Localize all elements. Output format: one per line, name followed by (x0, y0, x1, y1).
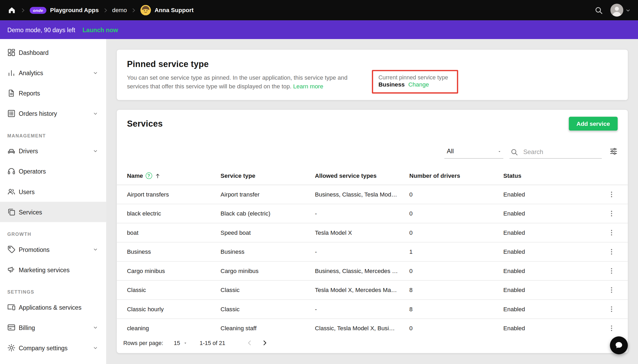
cell-name: Airport transfers (127, 191, 221, 198)
onde-logo-badge[interactable]: onde (30, 7, 46, 13)
top-bar: onde Playground Apps demo Anna Support (0, 0, 638, 20)
learn-more-link[interactable]: Learn more (293, 83, 323, 90)
table-row: black electric Black cab (electric) - 0 … (117, 204, 628, 223)
sidebar-item-reports[interactable]: Reports (0, 83, 106, 103)
cell-name: boat (127, 229, 221, 236)
sidebar-item-operators[interactable]: Operators (0, 161, 106, 181)
pinned-service-type-card: Pinned service type You can set one serv… (117, 50, 628, 100)
sidebar-item-label: Applications & services (19, 304, 98, 310)
row-menu-button[interactable] (606, 207, 618, 219)
sidebar-item-label: Analytics (19, 69, 93, 76)
sidebar-item-dashboard[interactable]: Dashboard (0, 42, 106, 63)
service-type-filter-select[interactable]: All (444, 148, 503, 159)
row-menu-button[interactable] (606, 188, 618, 200)
rows-per-page-select[interactable]: 15 (174, 340, 188, 346)
cell-status: Enabled (503, 268, 602, 274)
cell-name: Business (127, 248, 221, 255)
cell-allowed-service-types: - (315, 248, 410, 255)
sidebar-item-label: Drivers (19, 147, 93, 154)
sidebar-item-billing[interactable]: Billing (0, 317, 106, 338)
cell-service-type: Business (221, 248, 315, 255)
sidebar-item-users[interactable]: Users (0, 181, 106, 202)
demo-banner-text: Demo mode, 90 days left (7, 26, 75, 33)
column-label: Name (127, 173, 143, 179)
cell-service-type: Classic (221, 287, 315, 293)
sidebar-item-label: Dashboard (19, 49, 98, 56)
pinned-card-title: Pinned service type (127, 59, 628, 69)
sidebar-item-drivers[interactable]: Drivers (0, 141, 106, 161)
demo-banner: Demo mode, 90 days left Launch now (0, 20, 638, 39)
current-pinned-value: Business (378, 81, 404, 88)
breadcrumb-demo[interactable]: demo (112, 7, 127, 13)
sidebar-item-company-settings[interactable]: Company settings (0, 338, 106, 358)
sidebar-item-label: Marketing services (19, 266, 98, 273)
column-header-service-type: Service type (221, 173, 315, 179)
cell-number-of-drivers: 8 (409, 287, 503, 293)
row-menu-button[interactable] (606, 284, 618, 296)
previous-page-button[interactable] (244, 338, 255, 348)
cell-allowed-service-types: Classic, Tesla Model X, Busi… (315, 325, 410, 332)
search-input[interactable] (522, 148, 602, 156)
home-icon[interactable] (7, 6, 16, 15)
sidebar-item-applications-services[interactable]: Applications & services (0, 297, 106, 317)
chat-widget-button[interactable] (610, 336, 628, 354)
cell-status: Enabled (503, 325, 602, 332)
table-row: Cargo minibus Cargo minibus Business, Cl… (117, 262, 628, 281)
sidebar-item-label: Promotions (19, 246, 93, 253)
services-card: Services Add service All (117, 110, 628, 353)
filter-tune-icon[interactable] (610, 147, 618, 155)
sidebar-section-growth: GROWTH (0, 222, 106, 239)
row-menu-button[interactable] (606, 227, 618, 239)
table-filter-row: All (117, 131, 628, 159)
gear-icon (7, 343, 16, 352)
chat-icon (615, 341, 623, 350)
cell-allowed-service-types: - (315, 306, 410, 313)
sidebar-item-services[interactable]: Services (0, 202, 106, 222)
sidebar-item-marketing-services[interactable]: Marketing services (0, 260, 106, 280)
user-avatar[interactable] (140, 5, 151, 16)
cell-service-type: Speed boat (221, 229, 315, 236)
breadcrumb-playground-apps[interactable]: Playground Apps (50, 7, 99, 13)
cell-allowed-service-types: Tesla Model X (315, 229, 410, 236)
sidebar-item-orders-history[interactable]: Orders history (0, 103, 106, 124)
rows-per-page-value: 15 (174, 340, 180, 346)
sidebar-item-label: Company settings (19, 344, 93, 351)
pagination-range: 1-15 of 21 (200, 340, 225, 346)
help-icon[interactable]: ? (145, 173, 152, 179)
add-service-button[interactable]: Add service (569, 117, 618, 131)
cell-service-type: Cleaning staff (221, 325, 315, 332)
chevron-down-icon (93, 70, 98, 75)
row-menu-button[interactable] (606, 303, 618, 315)
chevron-down-icon (625, 8, 631, 13)
search-icon[interactable] (594, 6, 603, 14)
rows-per-page-label: Rows per page: (123, 340, 163, 346)
cell-service-type: Airport transfer (221, 191, 315, 198)
next-page-button[interactable] (259, 338, 270, 348)
change-link[interactable]: Change (408, 81, 429, 88)
account-menu[interactable] (610, 4, 631, 17)
cell-allowed-service-types: Business, Classic, Mercedes … (315, 268, 410, 274)
breadcrumb-anna-support[interactable]: Anna Support (155, 7, 194, 13)
sidebar-item-promotions[interactable]: Promotions (0, 239, 106, 260)
billing-icon (7, 323, 16, 332)
table-row: Business Business - 1 Enabled (117, 242, 628, 261)
cell-number-of-drivers: 8 (409, 306, 503, 313)
column-header-allowed-service-types: Allowed service types (315, 173, 410, 179)
cell-number-of-drivers: 0 (409, 325, 503, 332)
column-header-name[interactable]: Name ? (127, 173, 221, 179)
current-pinned-label: Current pinned service type (378, 74, 457, 81)
launch-now-link[interactable]: Launch now (83, 26, 118, 33)
sidebar-section-management: MANAGEMENT (0, 124, 106, 141)
sidebar-section-settings: SETTINGS (0, 280, 106, 297)
operators-icon (7, 167, 16, 176)
cell-allowed-service-types: Business, Classic, Tesla Mod… (315, 191, 410, 198)
cell-service-type: Cargo minibus (221, 268, 315, 274)
sidebar: Dashboard Analytics Reports Orders histo… (0, 39, 106, 364)
filter-selected-value: All (447, 148, 454, 155)
search-box (510, 148, 602, 159)
row-menu-button[interactable] (606, 265, 618, 277)
sidebar-item-analytics[interactable]: Analytics (0, 63, 106, 83)
marketing-icon (7, 265, 16, 274)
row-menu-button[interactable] (606, 246, 618, 258)
cell-name: cleaning (127, 325, 221, 332)
